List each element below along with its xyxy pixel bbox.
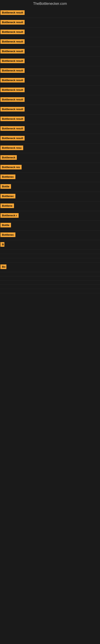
bottleneck-result-label[interactable]: B	[0, 242, 4, 247]
bottleneck-result-label[interactable]: Bottleneck r	[0, 213, 19, 218]
table-row: Bottleneck result	[0, 114, 100, 124]
table-row	[0, 289, 100, 293]
table-row: Bottleneck result	[0, 28, 100, 37]
table-row: Bottleneck result	[0, 8, 100, 18]
table-row: Bottleneck result	[0, 76, 100, 86]
table-row: Bottleneck	[0, 153, 100, 163]
table-row: Bottlene	[0, 202, 100, 211]
table-row: Bottlenec	[0, 192, 100, 202]
bottleneck-result-label[interactable]: Bottleneck result	[0, 107, 25, 112]
bottleneck-result-label[interactable]: Bottleneck	[0, 155, 17, 160]
bottleneck-result-label[interactable]: Bottleneck result	[0, 39, 25, 44]
bottleneck-result-label[interactable]: Bottleneck result	[0, 88, 25, 92]
table-row: Bottleneck res	[0, 163, 100, 172]
table-row	[0, 280, 100, 285]
table-row: Bottleneck result	[0, 86, 100, 95]
table-row: Bottleneck result	[0, 66, 100, 76]
bottleneck-result-label[interactable]: Bottleneck result	[0, 78, 25, 82]
bottleneck-result-label[interactable]: Bottlenec	[0, 232, 15, 237]
table-row: Bottleneck resu	[0, 144, 100, 153]
table-row: Bottleneck result	[0, 124, 100, 134]
table-row: Bottleneck result	[0, 37, 100, 47]
bottleneck-result-label[interactable]: Bottleneck result	[0, 68, 25, 73]
table-row: Bottleneck result	[0, 47, 100, 56]
bottleneck-result-label[interactable]: Bottleneck res	[0, 165, 22, 170]
bottleneck-result-label[interactable]: Bottlenec	[0, 194, 15, 198]
bottleneck-result-label[interactable]: Bottle	[0, 184, 11, 189]
bottleneck-result-label[interactable]: Bo	[0, 264, 6, 269]
table-row: Bottlenec	[0, 172, 100, 182]
table-row: Bottle	[0, 221, 100, 230]
bottleneck-result-label[interactable]: Bottleneck result	[0, 10, 25, 15]
table-row: B	[0, 240, 100, 250]
table-row	[0, 285, 100, 289]
table-row: Bottleneck result	[0, 18, 100, 28]
items-list: Bottleneck resultBottleneck resultBottle…	[0, 8, 100, 293]
table-row	[0, 254, 100, 258]
bottleneck-result-label[interactable]: Bottlenec	[0, 174, 15, 179]
table-row: Bottleneck result	[0, 105, 100, 114]
bottleneck-result-label[interactable]: Bottleneck result	[0, 136, 25, 140]
table-row	[0, 272, 100, 276]
table-row: Bottleneck result	[0, 95, 100, 105]
table-row: Bottleneck r	[0, 211, 100, 221]
bottleneck-result-label[interactable]: Bottleneck result	[0, 97, 25, 102]
table-row: Bottleneck result	[0, 134, 100, 144]
table-row: Bottlenec	[0, 230, 100, 240]
bottleneck-result-label[interactable]: Bottleneck result	[0, 30, 25, 34]
bottleneck-result-label[interactable]: Bottleneck resu	[0, 146, 23, 150]
table-row	[0, 276, 100, 280]
bottleneck-result-label[interactable]: Bottleneck result	[0, 49, 25, 54]
bottleneck-result-label[interactable]: Bottle	[0, 223, 11, 228]
bottleneck-result-label[interactable]: Bottleneck result	[0, 126, 25, 131]
site-title-container: TheBottlenecker.com	[0, 0, 100, 8]
site-title: TheBottlenecker.com	[0, 0, 100, 8]
bottleneck-result-label[interactable]: Bottleneck result	[0, 116, 25, 121]
table-row: Bo	[0, 262, 100, 272]
table-row	[0, 250, 100, 254]
table-row: Bottle	[0, 182, 100, 192]
bottleneck-result-label[interactable]: Bottleneck result	[0, 20, 25, 24]
bottleneck-result-label[interactable]: Bottleneck result	[0, 58, 25, 63]
table-row: Bottleneck result	[0, 56, 100, 66]
table-row	[0, 258, 100, 262]
bottleneck-result-label[interactable]: Bottlene	[0, 204, 14, 208]
